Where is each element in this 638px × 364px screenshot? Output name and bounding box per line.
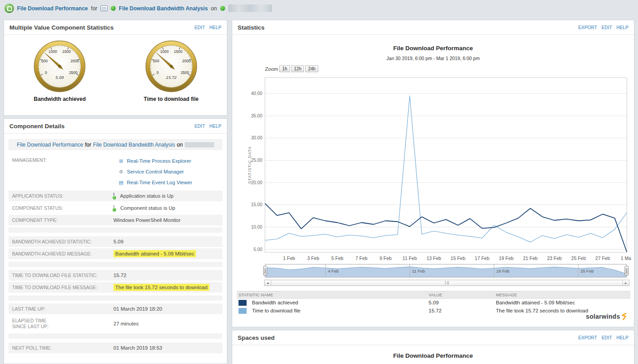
navigator-right-handle[interactable]: [625, 266, 629, 276]
help-link[interactable]: HELP: [209, 124, 221, 129]
svg-text:1000: 1000: [160, 49, 169, 54]
export-link[interactable]: EXPORT: [578, 25, 597, 30]
legend-swatch-icon: [239, 308, 247, 314]
panel-header: Statistics EXPORT EDIT HELP: [232, 20, 634, 35]
zoom-1h-button[interactable]: 1h: [279, 65, 290, 72]
real-time-event-log-viewer-link[interactable]: Real-Time Event Log Viewer: [127, 180, 192, 185]
zoom-label: Zoom: [265, 66, 278, 72]
edit-link[interactable]: EDIT: [195, 25, 205, 30]
solarwinds-arrow-icon: [621, 313, 627, 320]
row-value: 5.09: [113, 237, 123, 246]
breadcrumb-component-link[interactable]: File Download Performance: [17, 5, 88, 12]
svg-text:2000: 2000: [71, 59, 79, 63]
chart-legend-table: STATISTIC NAME VALUE MESSAGE Bandwidth a…: [237, 291, 630, 315]
chart-subtitle: Jan 30 2019, 6:00 pm - Mar 1 2019, 6:00 …: [232, 56, 634, 61]
gauge-value: 5.09: [56, 75, 64, 80]
svg-text:17 Feb: 17 Feb: [475, 256, 490, 261]
highlighted-message: Bandwidth attained - 5.09 Mbit/sec: [113, 250, 196, 257]
row-value: 01 March 2019 18:53: [113, 343, 162, 352]
legend-series-value: 5.09: [429, 300, 496, 305]
export-link[interactable]: EXPORT: [578, 335, 597, 340]
gauge-dial: 0500100015002000250015.72: [144, 39, 199, 93]
svg-text:1000: 1000: [49, 49, 57, 54]
component-type-row: COMPONENT TYPE: Windows PowerShell Monit…: [9, 215, 222, 225]
spaces-chart-title: File Download Performance: [232, 352, 634, 359]
scroll-right-arrow-icon[interactable]: ►: [622, 280, 629, 286]
svg-text:4 Feb: 4 Feb: [328, 269, 339, 273]
highlighted-message: The file took 15.72 seconds to download: [113, 284, 209, 291]
legend-header-message: MESSAGE: [496, 292, 630, 297]
service-control-manager-link[interactable]: Service Control Manager: [127, 169, 184, 174]
help-link[interactable]: HELP: [209, 25, 221, 30]
panel-header: Component Details EDIT HELP: [4, 119, 227, 134]
zoom-controls: Zoom 1h 12h 24h: [265, 65, 318, 72]
for-text: for: [85, 142, 91, 148]
scroll-left-arrow-icon[interactable]: ◄: [265, 280, 271, 286]
panel-title: Statistics: [238, 24, 265, 31]
help-link[interactable]: HELP: [616, 335, 629, 340]
edit-link[interactable]: EDIT: [602, 335, 612, 340]
svg-text:1500: 1500: [174, 49, 182, 54]
legend-series-name: Time to download file: [252, 308, 429, 313]
gauge-label: Bandwidth achieved: [19, 96, 100, 102]
legend-header-row: STATISTIC NAME VALUE MESSAGE: [237, 291, 630, 299]
help-link[interactable]: HELP: [616, 25, 629, 30]
svg-text:25 Feb: 25 Feb: [571, 256, 586, 261]
chart-scrollbar[interactable]: ◄ ►: [264, 280, 629, 286]
edit-link[interactable]: EDIT: [195, 124, 205, 129]
gauge-label: Time to download file: [131, 96, 212, 102]
svg-text:11 Feb: 11 Feb: [412, 269, 425, 273]
row-spacer: [9, 262, 222, 267]
svg-text:19 Feb: 19 Feb: [499, 256, 514, 261]
row-spacer: [9, 334, 222, 339]
management-row: MANAGEMENT: ⊞Real-Time Process Explorer …: [9, 155, 222, 189]
row-label: TIME TO DOWNLOAD FILE MESSAGE:: [12, 285, 113, 290]
component-link[interactable]: File Download Performance: [17, 142, 83, 148]
navigator-left-handle[interactable]: [263, 266, 267, 276]
breadcrumb: File Download Performance for File Downl…: [0, 0, 638, 17]
statistics-line-chart: 5.0010.0015.0020.0025.0030.0035.0040.001…: [245, 75, 631, 263]
breadcrumb-for-text: for: [91, 5, 97, 12]
row-spacer: [9, 295, 222, 301]
gauges-body: 050010001500200025005.09 Bandwidth achie…: [4, 35, 227, 102]
component-link-line: File Download Performance for File Downl…: [9, 139, 222, 150]
legend-series-message: Bandwidth attained - 5.09 Mbit/sec: [496, 300, 630, 305]
row-label: APPLICATION STATUS:: [12, 193, 113, 199]
row-label: TIME TO DOWNLOAD FILE STATISTIC:: [12, 273, 113, 278]
zoom-24h-button[interactable]: 24h: [305, 65, 318, 72]
solarwinds-logo: solarwinds: [586, 313, 627, 320]
elapsed-time-row: ELAPSED TIME SINCE LAST UP: 27 minutes: [9, 316, 222, 332]
svg-text:7 Feb: 7 Feb: [356, 256, 368, 261]
svg-text:23 Feb: 23 Feb: [547, 256, 562, 261]
zoom-12h-button[interactable]: 12h: [291, 65, 304, 72]
chart-range-navigator[interactable]: 4 Feb11 Feb18 Feb25 Feb: [265, 264, 627, 277]
svg-text:0: 0: [45, 70, 48, 75]
row-label: COMPONENT STATUS:: [12, 205, 113, 211]
svg-text:18 Feb: 18 Feb: [496, 269, 510, 273]
svg-text:1500: 1500: [62, 49, 71, 54]
real-time-process-explorer-link[interactable]: Real-Time Process Explorer: [127, 158, 191, 164]
breadcrumb-on-text: on: [211, 5, 217, 12]
panel-title: Multiple Value Component Statistics: [9, 24, 114, 31]
edit-link[interactable]: EDIT: [602, 25, 612, 30]
svg-text:27 Feb: 27 Feb: [595, 256, 610, 261]
svg-text:15 Feb: 15 Feb: [451, 256, 465, 261]
application-link[interactable]: File Download Bandwidth Analysis: [93, 142, 175, 148]
svg-text:35.00: 35.00: [251, 113, 262, 118]
row-label: COMPONENT TYPE:: [12, 217, 113, 223]
svg-text:500: 500: [153, 59, 159, 63]
redacted-node-name: [185, 142, 214, 147]
panel-title: Spaces used: [238, 334, 275, 341]
svg-text:1 Mar: 1 Mar: [621, 256, 631, 261]
row-value: 01 March 2019 18:20: [113, 304, 162, 313]
legend-swatch-icon: [239, 300, 247, 306]
scrollbar-thumb[interactable]: [271, 280, 622, 286]
gauge-value: 15.72: [166, 75, 177, 80]
breadcrumb-application-link[interactable]: File Download Bandwidth Analysis: [119, 5, 208, 12]
row-label: BANDWIDTH ACHIEVED MESSAGE:: [12, 251, 113, 257]
svg-text:9 Feb: 9 Feb: [380, 256, 392, 261]
row-label: NEXT POLL TIME:: [12, 345, 113, 351]
event-log-icon: ▤: [118, 180, 124, 186]
navigator-area-chart: 4 Feb11 Feb18 Feb25 Feb: [265, 264, 626, 277]
spaces-used-panel: Spaces used EXPORT EDIT HELP File Downlo…: [232, 330, 634, 364]
